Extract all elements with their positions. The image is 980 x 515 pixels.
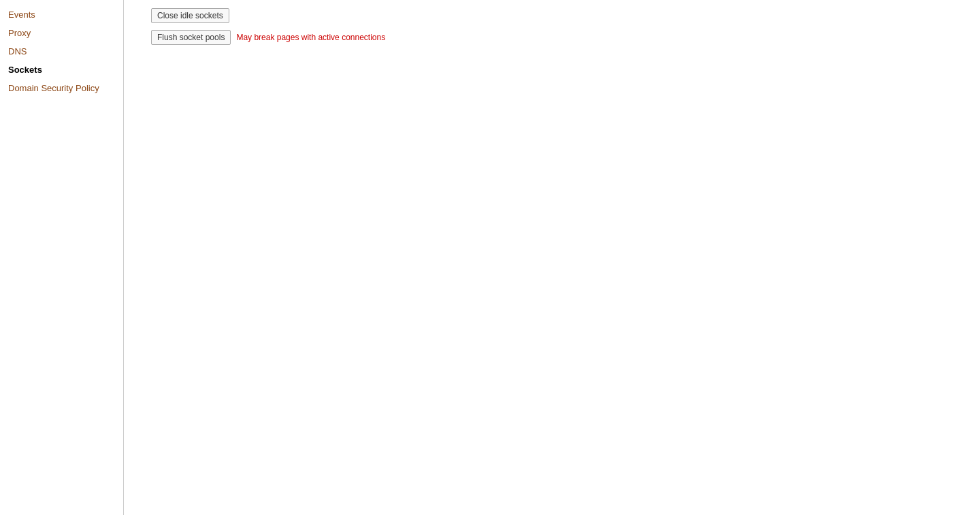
- actions-list: Close idle sockets Flush socket pools Ma…: [137, 8, 966, 45]
- list-item: Flush socket pools May break pages with …: [151, 30, 966, 45]
- sidebar-item-proxy[interactable]: Proxy: [0, 24, 123, 42]
- sidebar-item-sockets[interactable]: Sockets: [0, 61, 123, 79]
- flush-socket-pools-button[interactable]: Flush socket pools: [151, 30, 231, 45]
- sidebar-item-dns[interactable]: DNS: [0, 42, 123, 61]
- sidebar-item-events[interactable]: Events: [0, 5, 123, 24]
- flush-socket-pools-warning: May break pages with active connections: [236, 33, 385, 42]
- sidebar-item-domain-security-policy[interactable]: Domain Security Policy: [0, 79, 123, 97]
- list-item: Close idle sockets: [151, 8, 966, 23]
- sidebar: Events Proxy DNS Sockets Domain Security…: [0, 0, 124, 515]
- close-idle-sockets-button[interactable]: Close idle sockets: [151, 8, 229, 23]
- main-content: Close idle sockets Flush socket pools Ma…: [124, 0, 980, 515]
